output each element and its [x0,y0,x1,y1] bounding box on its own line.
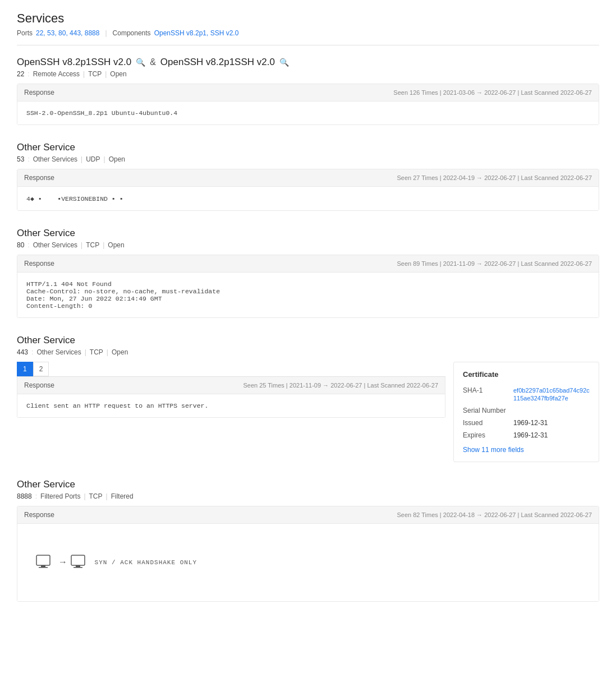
response-label-8888: Response [24,511,54,519]
meta-type-ssh: Remote Access [33,70,80,78]
ampersand: & [150,57,156,67]
response-label-ssh: Response [24,89,54,96]
response-body-443: Client sent an HTTP request to an HTTPS … [17,394,445,417]
svg-rect-2 [39,567,48,568]
response-card-80: Response Seen 89 Times | 2021-11-09 → 20… [17,255,599,318]
cert-row-expires: Expires 1969-12-31 [463,429,590,441]
response-stats-53: Seen 27 Times | 2022-04-19 → 2022-06-27 … [397,174,592,181]
service-title-80: Other Service [17,228,599,239]
service-ssh: OpenSSH v8.2p1SSH v2.0 🔍 & OpenSSH v8.2p… [17,57,599,125]
meta-protocol-8888: TCP [89,492,103,500]
separator: | [105,29,107,37]
meta-protocol-80: TCP [86,241,99,249]
cert-row-serial: Serial Number [463,404,590,417]
response-stats-443: Seen 25 Times | 2021-11-09 → 2022-06-27 … [243,382,438,389]
svg-rect-5 [73,567,82,568]
response-stats-80: Seen 89 Times | 2021-11-09 → 2022-06-27 … [397,260,592,267]
ssh-title-2: OpenSSH v8.2p1SSH v2.0 [160,57,275,68]
tab-2-button[interactable]: 2 [33,362,49,376]
meta-protocol-443: TCP [90,348,103,356]
response-header-443: Response Seen 25 Times | 2021-11-09 → 20… [17,377,445,394]
svg-rect-4 [76,565,80,567]
service-meta-8888: 8888 : Filtered Ports | TCP | Filtered [17,492,599,500]
cert-row-issued: Issued 1969-12-31 [463,417,590,429]
service-title-8888: Other Service [17,479,599,490]
meta-status-80: Open [108,241,124,249]
response-label-80: Response [24,260,54,268]
response-card-ssh: Response Seen 126 Times | 2021-03-06 → 2… [17,84,599,125]
response-header-8888: Response Seen 82 Times | 2022-04-18 → 20… [17,506,599,524]
search-icon-1[interactable]: 🔍 [136,58,145,67]
search-icon-2[interactable]: 🔍 [279,58,289,67]
issued-value: 1969-12-31 [513,417,590,429]
sha1-value[interactable]: ef0b2297a01c65bad74c92c115ae3247fb9fa27e [513,387,590,402]
meta-status-ssh: Open [110,70,126,78]
cert-row-sha1: SHA-1 ef0b2297a01c65bad74c92c115ae3247fb… [463,384,590,404]
header-divider [17,45,599,45]
meta-status-8888: Filtered [111,492,134,500]
response-stats-ssh: Seen 126 Times | 2021-03-06 → 2022-06-27… [393,89,592,96]
response-body-80: HTTP/1.1 404 Not Found Cache-Control: no… [17,273,599,317]
response-body-53: 4◆ ▪ ▪VERSIONEBIND ▪ ▪ [17,187,599,210]
meta-port-8888: 8888 [17,492,32,500]
monitor-left-icon [35,554,56,571]
response-card-443: Response Seen 25 Times | 2021-11-09 → 20… [17,377,445,418]
issued-label: Issued [463,417,513,429]
meta-status-443: Open [112,348,128,356]
meta-port-80: 80 [17,241,24,249]
service-meta-80: 80 : Other Services | TCP | Open [17,241,599,249]
response-stats-8888: Seen 82 Times | 2022-04-18 → 2022-06-27 … [397,511,592,518]
response-card-53: Response Seen 27 Times | 2022-04-19 → 20… [17,169,599,211]
ports-label: Ports [17,29,33,37]
ports-row: Ports 22, 53, 80, 443, 8888 | Components… [17,29,599,37]
sha1-label: SHA-1 [463,384,513,404]
response-header-53: Response Seen 27 Times | 2022-04-19 → 20… [17,169,599,187]
tabs-row: 1 2 [17,362,445,377]
syn-text: SYN / ACK HANDSHAKE ONLY [95,559,197,566]
response-header-ssh: Response Seen 126 Times | 2021-03-06 → 2… [17,84,599,102]
meta-protocol-53: UDP [86,155,100,163]
port-443-layout: 1 2 Response Seen 25 Times | 2021-11-09 … [17,362,599,462]
response-header-80: Response Seen 89 Times | 2021-11-09 → 20… [17,255,599,273]
ssh-title-row: OpenSSH v8.2p1SSH v2.0 🔍 & OpenSSH v8.2p… [17,57,599,68]
response-card-8888: Response Seen 82 Times | 2022-04-18 → 20… [17,506,599,602]
meta-type-80: Other Services [33,241,77,249]
ssh-title-1: OpenSSH v8.2p1SSH v2.0 [17,57,131,68]
cert-title: Certificate [463,370,590,379]
expires-label: Expires [463,429,513,441]
page-title: Services [17,11,599,26]
serial-value [513,404,590,417]
expires-value: 1969-12-31 [513,429,590,441]
meta-port-53: 53 [17,155,24,163]
meta-protocol-ssh: TCP [88,70,102,78]
response-body-ssh: SSH-2.0-OpenSSH_8.2p1 Ubuntu-4ubuntu0.4 [17,102,599,125]
service-8888: Other Service 8888 : Filtered Ports | TC… [17,479,599,602]
components-values[interactable]: OpenSSH v8.2p1, SSH v2.0 [154,29,239,37]
meta-type-443: Other Services [36,348,81,356]
components-label: Components [113,29,151,37]
meta-type-8888: Filtered Ports [40,492,80,500]
ports-values[interactable]: 22, 53, 80, 443, 8888 [36,29,99,37]
response-label-53: Response [24,174,54,182]
port-443-left: 1 2 Response Seen 25 Times | 2021-11-09 … [17,362,445,421]
tab-1-button[interactable]: 1 [17,362,33,376]
response-body-8888: → SYN / ACK HANDSHAKE ONLY [17,524,599,601]
syn-diagram: → SYN / ACK HANDSHAKE ONLY [26,546,590,579]
show-more-fields-link[interactable]: Show 11 more fields [463,446,524,454]
meta-port-ssh: 22 [17,70,24,78]
service-443: Other Service 443 : Other Services | TCP… [17,335,599,462]
serial-label: Serial Number [463,404,513,417]
meta-port-443: 443 [17,348,28,356]
svg-rect-1 [41,565,45,567]
cert-table: SHA-1 ef0b2297a01c65bad74c92c115ae3247fb… [463,384,590,441]
meta-type-53: Other Services [33,155,77,163]
service-title-53: Other Service [17,142,599,153]
meta-status-53: Open [109,155,125,163]
arrow-right-icon: → [60,557,66,568]
service-title-443: Other Service [17,335,599,346]
svg-rect-3 [71,555,85,565]
monitor-right-icon [70,554,90,571]
service-80: Other Service 80 : Other Services | TCP … [17,228,599,318]
svg-rect-0 [36,555,50,565]
certificate-panel: Certificate SHA-1 ef0b2297a01c65bad74c92… [453,362,599,462]
